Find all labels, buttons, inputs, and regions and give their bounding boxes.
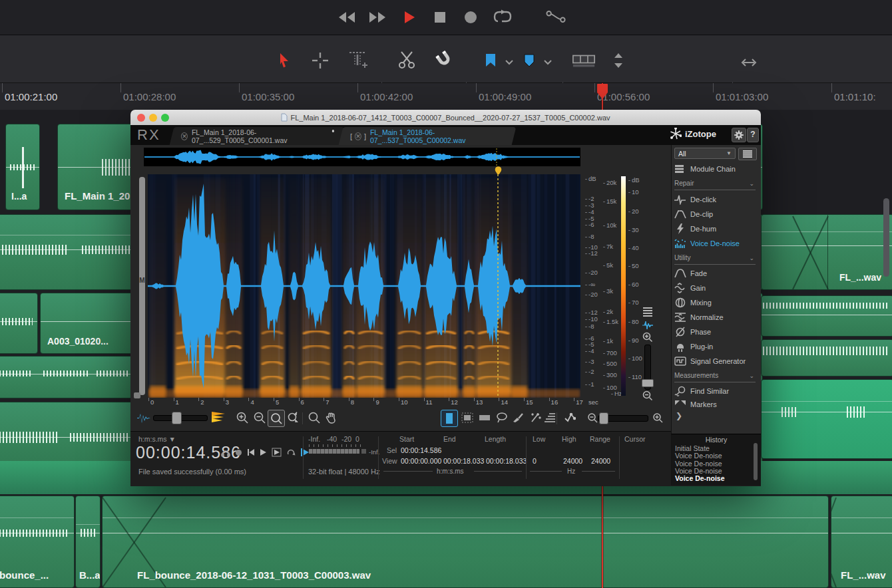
history-item[interactable]: Voice De-noise xyxy=(675,452,722,460)
freq-range-value[interactable]: 24000 xyxy=(591,457,610,465)
tab-file-2[interactable]: [ ✕ ] FL_Main 1_2018-06-07_...537_T0005_… xyxy=(339,127,517,145)
module-item-voice-denoise[interactable]: Voice De-noise xyxy=(674,238,756,249)
magic-wand-tool[interactable] xyxy=(527,410,543,426)
sel-start-value[interactable]: 00:00:14.586 xyxy=(401,446,441,454)
module-list-view-button[interactable] xyxy=(738,148,757,160)
section-header-utility[interactable]: Utility⌄ xyxy=(674,254,756,265)
record-button[interactable] xyxy=(459,7,482,27)
time-format-selector[interactable]: h:m:s.ms ▼ xyxy=(138,435,176,443)
module-item-signal-generator[interactable]: Signal Generator xyxy=(674,356,756,367)
close-window-button[interactable] xyxy=(137,114,145,122)
zoom-fit-button[interactable] xyxy=(285,410,301,426)
freq-low-value[interactable]: 0 xyxy=(533,457,537,465)
play-button[interactable] xyxy=(398,7,421,27)
audio-clip[interactable]: FL_bounce_2018-06-12_1031_T0003_C00003.w… xyxy=(102,496,829,588)
time-ruler[interactable]: 01234567891011121314151617sec xyxy=(148,398,607,407)
channel-bar[interactable] xyxy=(139,177,145,395)
spectrogram[interactable] xyxy=(148,174,580,398)
tab-file-1[interactable]: ✕ FL_Main 1_2018-06-07_...529_T0005_C000… xyxy=(170,127,345,145)
lasso-selection-tool[interactable] xyxy=(494,410,510,426)
adjustable-selection-icon[interactable] xyxy=(542,410,558,426)
time-frequency-selection-tool[interactable] xyxy=(459,410,475,426)
rewind-button[interactable] xyxy=(335,7,358,27)
audio-clip[interactable]: I...a xyxy=(5,124,40,210)
marker-flag-dropdown-chevron[interactable] xyxy=(498,53,521,73)
close-tab-icon[interactable]: ✕ xyxy=(355,132,361,140)
zoom-in-time-button[interactable] xyxy=(234,410,250,426)
module-item-declick[interactable]: De-click xyxy=(674,194,756,205)
view-end-value[interactable]: 00:00:18.033 xyxy=(443,457,484,465)
track-scrollbar-thumb[interactable] xyxy=(883,198,889,277)
audio-clip[interactable] xyxy=(761,295,892,337)
playhead-handle[interactable] xyxy=(596,83,608,100)
hand-tool[interactable] xyxy=(324,410,339,426)
spectrogram-view-icon[interactable] xyxy=(210,410,226,426)
zoom-out-vertical-button[interactable] xyxy=(639,390,656,402)
record-icon[interactable] xyxy=(235,449,242,456)
blend-slider-thumb[interactable] xyxy=(172,412,182,424)
snap-magnet-tool[interactable] xyxy=(433,49,455,69)
module-item-markers[interactable]: Markers xyxy=(674,400,756,408)
audio-clip[interactable]: bounce_... xyxy=(0,496,75,588)
section-header-repair[interactable]: Repair⌄ xyxy=(674,180,756,190)
rx-titlebar[interactable]: FL_Main 1_2018-06-07_1412_T0003_C00007_B… xyxy=(130,110,761,125)
module-item-declip[interactable]: De-clip xyxy=(674,209,756,220)
loop-button[interactable] xyxy=(491,7,514,27)
module-item-plugin[interactable]: Plug-in xyxy=(674,341,756,352)
audio-clip[interactable] xyxy=(761,339,892,376)
fast-forward-button[interactable] xyxy=(366,7,389,27)
range-tool[interactable] xyxy=(309,51,332,71)
zoom-horizontal-icon[interactable] xyxy=(738,53,760,73)
settings-gear-button[interactable] xyxy=(732,128,746,142)
freq-high-value[interactable]: 24000 xyxy=(563,457,582,465)
zoom-in-overview-button[interactable] xyxy=(650,410,666,426)
audio-clip[interactable] xyxy=(761,379,892,459)
audio-clip[interactable]: FL_...wav xyxy=(831,496,892,588)
zoom-out-time-button[interactable] xyxy=(252,410,268,426)
module-item-find-similar[interactable]: Find Similar xyxy=(674,386,756,396)
history-item[interactable]: Voice De-noise xyxy=(675,467,722,475)
help-button[interactable]: ? xyxy=(747,128,759,142)
frequency-selection-tool[interactable] xyxy=(477,410,493,426)
panel-expand-chevron[interactable]: ❯ xyxy=(676,411,682,420)
module-item-dehum[interactable]: De-hum xyxy=(674,223,756,234)
history-item[interactable]: Voice De-noise xyxy=(675,460,722,468)
waveform-view-icon[interactable] xyxy=(136,410,152,426)
channel-bar-handle[interactable] xyxy=(134,392,140,398)
close-tab-icon[interactable]: ✕ xyxy=(181,132,188,140)
track-height-icon[interactable] xyxy=(607,51,630,71)
stop-button[interactable] xyxy=(429,7,451,27)
maximize-window-button[interactable] xyxy=(161,114,169,122)
module-item-fade[interactable]: Fade xyxy=(674,268,756,279)
trim-tool[interactable] xyxy=(347,50,370,70)
play-selection-icon[interactable] xyxy=(272,448,282,457)
zoom-to-selection-button[interactable] xyxy=(268,410,285,427)
razor-tool[interactable] xyxy=(395,50,418,70)
history-item[interactable]: Initial State xyxy=(675,444,710,452)
history-scrollbar-thumb[interactable] xyxy=(754,443,758,480)
audio-clip[interactable]: FL_...wav xyxy=(761,214,892,290)
zoom-in-vertical-button[interactable] xyxy=(639,331,656,343)
module-item-mixing[interactable]: Mixing xyxy=(674,297,756,308)
time-selection-tool[interactable] xyxy=(441,410,458,427)
play-icon[interactable] xyxy=(260,448,267,456)
view-start-value[interactable]: 00:00:00.000 xyxy=(401,457,441,465)
module-item-normalize[interactable]: Normalize xyxy=(674,312,756,323)
module-filter-dropdown[interactable]: All ▼ xyxy=(674,148,736,159)
waveform-overview[interactable] xyxy=(144,148,580,166)
magnifier-tool[interactable] xyxy=(306,410,322,426)
daw-timeline-ruler[interactable]: 01:00:21:0001:00:28:0001:00:35:0001:00:4… xyxy=(0,83,892,110)
instant-process-toggle[interactable] xyxy=(562,410,578,426)
history-item[interactable]: Voice De-noise xyxy=(675,474,725,482)
meter-clip-indicator[interactable] xyxy=(361,449,366,454)
go-to-start-icon[interactable] xyxy=(247,448,255,456)
audio-clip[interactable]: B...a xyxy=(75,496,101,588)
clip-color-dropdown-chevron[interactable] xyxy=(537,53,559,73)
module-item-phase[interactable]: Phase xyxy=(674,327,756,337)
minimize-window-button[interactable] xyxy=(149,114,157,122)
automation-icon[interactable] xyxy=(545,7,567,27)
brush-selection-tool[interactable] xyxy=(510,410,526,426)
section-header-measurements[interactable]: Measurements⌄ xyxy=(674,372,756,382)
loop-playback-icon[interactable] xyxy=(286,448,296,457)
timeline-view-options-icon[interactable] xyxy=(572,51,595,71)
